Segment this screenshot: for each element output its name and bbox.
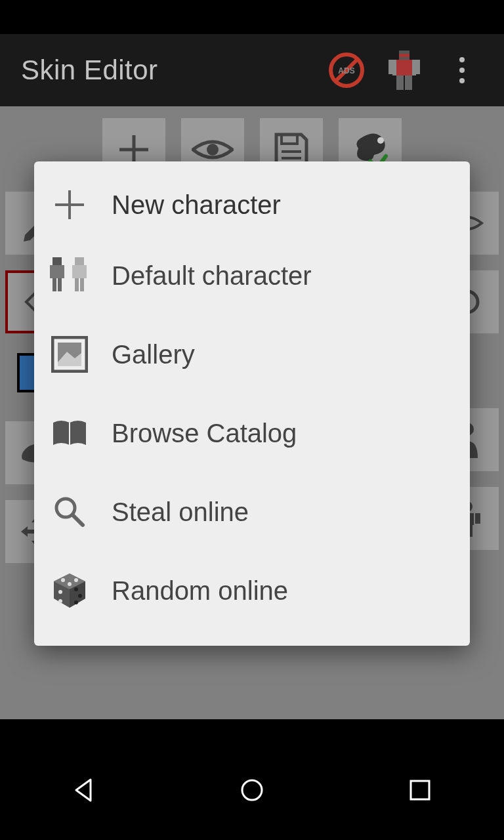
svg-rect-10 <box>405 75 412 90</box>
svg-point-44 <box>61 578 65 582</box>
svg-point-48 <box>58 599 62 603</box>
svg-point-52 <box>242 780 262 800</box>
svg-point-12 <box>459 68 465 73</box>
menu-item-default-character[interactable]: Default character <box>34 236 470 315</box>
no-ads-button[interactable]: ADS <box>318 34 375 106</box>
svg-rect-33 <box>52 278 56 291</box>
book-icon <box>49 412 91 454</box>
svg-rect-6 <box>396 60 412 75</box>
default-characters-icon <box>49 255 91 297</box>
gallery-icon <box>49 333 91 375</box>
menu-item-random-online[interactable]: Random online <box>34 551 470 630</box>
nav-recent-button[interactable] <box>354 757 486 823</box>
menu-item-label: Browse Catalog <box>112 419 297 448</box>
menu-item-browse-catalog[interactable]: Browse Catalog <box>34 394 470 472</box>
svg-rect-36 <box>72 265 87 278</box>
menu-item-label: New character <box>112 190 281 220</box>
app-title: Skin Editor <box>21 54 318 86</box>
svg-point-13 <box>459 78 465 83</box>
svg-rect-38 <box>80 278 84 291</box>
search-icon <box>49 491 91 533</box>
menu-item-label: Steal online <box>112 497 249 527</box>
svg-point-46 <box>68 582 72 586</box>
menu-item-label: Default character <box>112 261 312 291</box>
svg-point-49 <box>74 587 78 591</box>
svg-rect-7 <box>388 60 394 74</box>
overflow-menu-button[interactable] <box>433 34 491 106</box>
svg-point-47 <box>58 590 62 594</box>
svg-rect-53 <box>411 781 429 799</box>
svg-text:ADS: ADS <box>338 66 354 75</box>
menu-item-label: Random online <box>112 576 288 606</box>
menu-item-gallery[interactable]: Gallery <box>34 315 470 394</box>
svg-rect-32 <box>50 265 64 278</box>
svg-point-20 <box>377 137 384 144</box>
menu-item-steal-online[interactable]: Steal online <box>34 472 470 551</box>
svg-rect-35 <box>75 257 84 265</box>
svg-rect-34 <box>58 278 62 291</box>
action-bar: Skin Editor ADS <box>0 34 504 106</box>
plus-icon <box>49 184 91 226</box>
status-bar <box>0 0 504 34</box>
svg-point-11 <box>459 57 465 62</box>
svg-point-16 <box>207 144 219 156</box>
svg-rect-8 <box>415 60 420 74</box>
nav-back-button[interactable] <box>18 757 150 823</box>
svg-rect-26 <box>475 513 480 524</box>
nav-home-button[interactable] <box>186 757 318 823</box>
svg-rect-4 <box>399 54 410 57</box>
dice-icon <box>49 570 91 612</box>
menu-item-new-character[interactable]: New character <box>34 173 470 236</box>
menu-item-label: Gallery <box>112 340 195 369</box>
svg-rect-37 <box>75 278 79 291</box>
navigation-bar <box>0 746 504 840</box>
svg-point-50 <box>78 594 82 598</box>
character-preview-button[interactable] <box>375 34 433 106</box>
svg-line-43 <box>73 515 83 525</box>
svg-rect-9 <box>396 75 404 90</box>
svg-point-45 <box>74 578 78 582</box>
svg-rect-31 <box>52 257 62 265</box>
svg-point-51 <box>74 600 78 604</box>
new-skin-menu: New character Default character Gallery … <box>34 161 470 646</box>
